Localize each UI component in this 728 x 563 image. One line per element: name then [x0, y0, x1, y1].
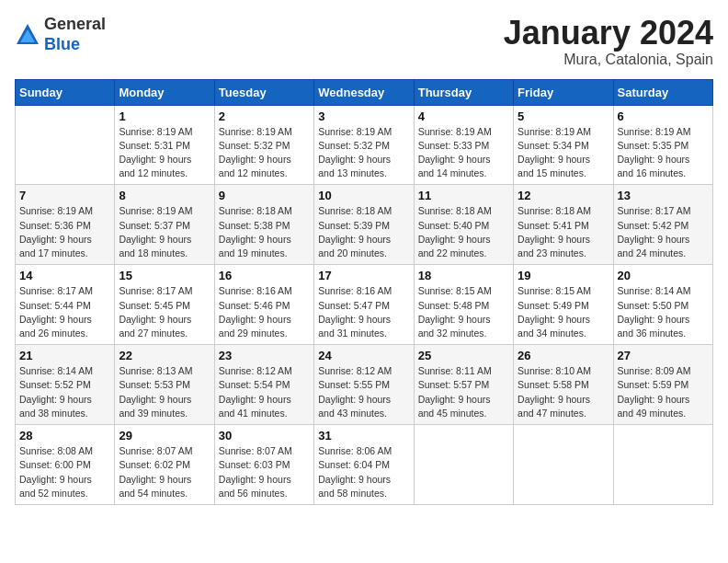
- day-number: 12: [518, 189, 609, 202]
- day-number: 13: [618, 189, 709, 202]
- calendar-body: 1Sunrise: 8:19 AM Sunset: 5:31 PM Daylig…: [16, 105, 713, 504]
- day-info: Sunrise: 8:12 AM Sunset: 5:54 PM Dayligh…: [219, 364, 310, 420]
- weekday-header-wednesday: Wednesday: [314, 79, 414, 105]
- calendar-cell: 21Sunrise: 8:14 AM Sunset: 5:52 PM Dayli…: [16, 345, 115, 425]
- calendar-cell: 11Sunrise: 8:18 AM Sunset: 5:40 PM Dayli…: [414, 185, 513, 265]
- day-info: Sunrise: 8:19 AM Sunset: 5:33 PM Dayligh…: [418, 125, 509, 181]
- day-number: 22: [119, 349, 210, 362]
- day-number: 14: [19, 269, 110, 282]
- calendar-cell: 15Sunrise: 8:17 AM Sunset: 5:45 PM Dayli…: [115, 265, 214, 345]
- day-number: 26: [518, 349, 609, 362]
- day-number: 1: [119, 109, 210, 123]
- calendar-cell: 9Sunrise: 8:18 AM Sunset: 5:38 PM Daylig…: [214, 185, 313, 265]
- day-info: Sunrise: 8:06 AM Sunset: 6:04 PM Dayligh…: [318, 444, 409, 500]
- calendar-cell: 4Sunrise: 8:19 AM Sunset: 5:33 PM Daylig…: [414, 105, 513, 185]
- day-number: 23: [219, 349, 310, 362]
- week-row: 1Sunrise: 8:19 AM Sunset: 5:31 PM Daylig…: [16, 105, 713, 185]
- day-info: Sunrise: 8:09 AM Sunset: 5:59 PM Dayligh…: [618, 364, 709, 420]
- calendar-cell: [613, 425, 712, 505]
- weekday-header-sunday: Sunday: [16, 79, 115, 105]
- day-number: 21: [19, 349, 110, 362]
- day-info: Sunrise: 8:07 AM Sunset: 6:03 PM Dayligh…: [219, 444, 310, 500]
- day-info: Sunrise: 8:14 AM Sunset: 5:52 PM Dayligh…: [19, 364, 110, 420]
- day-number: 2: [219, 109, 310, 123]
- title-block: January 2024 Mura, Catalonia, Spain: [504, 15, 713, 68]
- day-number: 3: [318, 109, 409, 123]
- day-number: 25: [418, 349, 509, 362]
- calendar-cell: 26Sunrise: 8:10 AM Sunset: 5:58 PM Dayli…: [514, 345, 613, 425]
- day-number: 5: [518, 109, 609, 123]
- day-number: 11: [418, 189, 509, 202]
- calendar-cell: 7Sunrise: 8:19 AM Sunset: 5:36 PM Daylig…: [16, 185, 115, 265]
- logo-icon: [15, 22, 40, 48]
- month-title: January 2024: [504, 15, 713, 52]
- calendar-cell: [16, 105, 115, 185]
- day-info: Sunrise: 8:15 AM Sunset: 5:48 PM Dayligh…: [418, 284, 509, 340]
- week-row: 28Sunrise: 8:08 AM Sunset: 6:00 PM Dayli…: [16, 425, 713, 505]
- day-info: Sunrise: 8:19 AM Sunset: 5:36 PM Dayligh…: [19, 204, 110, 260]
- day-number: 18: [418, 269, 509, 282]
- day-number: 8: [119, 189, 210, 202]
- logo-text: General Blue: [44, 15, 106, 54]
- day-info: Sunrise: 8:19 AM Sunset: 5:34 PM Dayligh…: [518, 125, 609, 181]
- day-info: Sunrise: 8:12 AM Sunset: 5:55 PM Dayligh…: [318, 364, 409, 420]
- day-number: 19: [518, 269, 609, 282]
- calendar-cell: 13Sunrise: 8:17 AM Sunset: 5:42 PM Dayli…: [613, 185, 712, 265]
- day-info: Sunrise: 8:19 AM Sunset: 5:35 PM Dayligh…: [618, 125, 709, 181]
- day-info: Sunrise: 8:08 AM Sunset: 6:00 PM Dayligh…: [19, 444, 110, 500]
- weekday-header-saturday: Saturday: [613, 79, 712, 105]
- day-info: Sunrise: 8:18 AM Sunset: 5:39 PM Dayligh…: [318, 204, 409, 260]
- day-info: Sunrise: 8:07 AM Sunset: 6:02 PM Dayligh…: [119, 444, 210, 500]
- calendar-cell: 6Sunrise: 8:19 AM Sunset: 5:35 PM Daylig…: [613, 105, 712, 185]
- day-number: 7: [19, 189, 110, 202]
- calendar-cell: 27Sunrise: 8:09 AM Sunset: 5:59 PM Dayli…: [613, 345, 712, 425]
- calendar-cell: 17Sunrise: 8:16 AM Sunset: 5:47 PM Dayli…: [314, 265, 414, 345]
- day-number: 10: [318, 189, 409, 202]
- day-info: Sunrise: 8:18 AM Sunset: 5:41 PM Dayligh…: [518, 204, 609, 260]
- day-info: Sunrise: 8:18 AM Sunset: 5:40 PM Dayligh…: [418, 204, 509, 260]
- day-info: Sunrise: 8:11 AM Sunset: 5:57 PM Dayligh…: [418, 364, 509, 420]
- calendar-cell: 22Sunrise: 8:13 AM Sunset: 5:53 PM Dayli…: [115, 345, 214, 425]
- calendar-cell: 16Sunrise: 8:16 AM Sunset: 5:46 PM Dayli…: [214, 265, 313, 345]
- day-number: 6: [618, 109, 709, 123]
- day-number: 17: [318, 269, 409, 282]
- day-info: Sunrise: 8:16 AM Sunset: 5:46 PM Dayligh…: [219, 284, 310, 340]
- calendar-table: SundayMondayTuesdayWednesdayThursdayFrid…: [15, 79, 713, 505]
- day-info: Sunrise: 8:17 AM Sunset: 5:42 PM Dayligh…: [618, 204, 709, 260]
- day-info: Sunrise: 8:17 AM Sunset: 5:44 PM Dayligh…: [19, 284, 110, 340]
- calendar-cell: 1Sunrise: 8:19 AM Sunset: 5:31 PM Daylig…: [115, 105, 214, 185]
- calendar-cell: 8Sunrise: 8:19 AM Sunset: 5:37 PM Daylig…: [115, 185, 214, 265]
- week-row: 7Sunrise: 8:19 AM Sunset: 5:36 PM Daylig…: [16, 185, 713, 265]
- day-info: Sunrise: 8:18 AM Sunset: 5:38 PM Dayligh…: [219, 204, 310, 260]
- logo-general: General: [44, 15, 106, 33]
- day-info: Sunrise: 8:19 AM Sunset: 5:32 PM Dayligh…: [318, 125, 409, 181]
- weekday-header-tuesday: Tuesday: [214, 79, 313, 105]
- weekday-header-friday: Friday: [514, 79, 613, 105]
- calendar-cell: 25Sunrise: 8:11 AM Sunset: 5:57 PM Dayli…: [414, 345, 513, 425]
- day-info: Sunrise: 8:17 AM Sunset: 5:45 PM Dayligh…: [119, 284, 210, 340]
- page-header: General Blue January 2024 Mura, Cataloni…: [15, 15, 713, 68]
- calendar-cell: 28Sunrise: 8:08 AM Sunset: 6:00 PM Dayli…: [16, 425, 115, 505]
- calendar-cell: 10Sunrise: 8:18 AM Sunset: 5:39 PM Dayli…: [314, 185, 414, 265]
- day-number: 9: [219, 189, 310, 202]
- calendar-cell: 23Sunrise: 8:12 AM Sunset: 5:54 PM Dayli…: [214, 345, 313, 425]
- location: Mura, Catalonia, Spain: [504, 52, 713, 68]
- calendar-cell: 12Sunrise: 8:18 AM Sunset: 5:41 PM Dayli…: [514, 185, 613, 265]
- day-info: Sunrise: 8:14 AM Sunset: 5:50 PM Dayligh…: [618, 284, 709, 340]
- day-number: 4: [418, 109, 509, 123]
- day-info: Sunrise: 8:13 AM Sunset: 5:53 PM Dayligh…: [119, 364, 210, 420]
- calendar-cell: [414, 425, 513, 505]
- calendar-cell: 29Sunrise: 8:07 AM Sunset: 6:02 PM Dayli…: [115, 425, 214, 505]
- calendar-cell: 14Sunrise: 8:17 AM Sunset: 5:44 PM Dayli…: [16, 265, 115, 345]
- day-info: Sunrise: 8:19 AM Sunset: 5:37 PM Dayligh…: [119, 204, 210, 260]
- day-number: 30: [219, 429, 310, 442]
- week-row: 21Sunrise: 8:14 AM Sunset: 5:52 PM Dayli…: [16, 345, 713, 425]
- day-number: 29: [119, 429, 210, 442]
- calendar-cell: 31Sunrise: 8:06 AM Sunset: 6:04 PM Dayli…: [314, 425, 414, 505]
- calendar-cell: 3Sunrise: 8:19 AM Sunset: 5:32 PM Daylig…: [314, 105, 414, 185]
- day-number: 20: [618, 269, 709, 282]
- calendar-cell: [514, 425, 613, 505]
- day-number: 15: [119, 269, 210, 282]
- calendar-cell: 24Sunrise: 8:12 AM Sunset: 5:55 PM Dayli…: [314, 345, 414, 425]
- calendar-cell: 5Sunrise: 8:19 AM Sunset: 5:34 PM Daylig…: [514, 105, 613, 185]
